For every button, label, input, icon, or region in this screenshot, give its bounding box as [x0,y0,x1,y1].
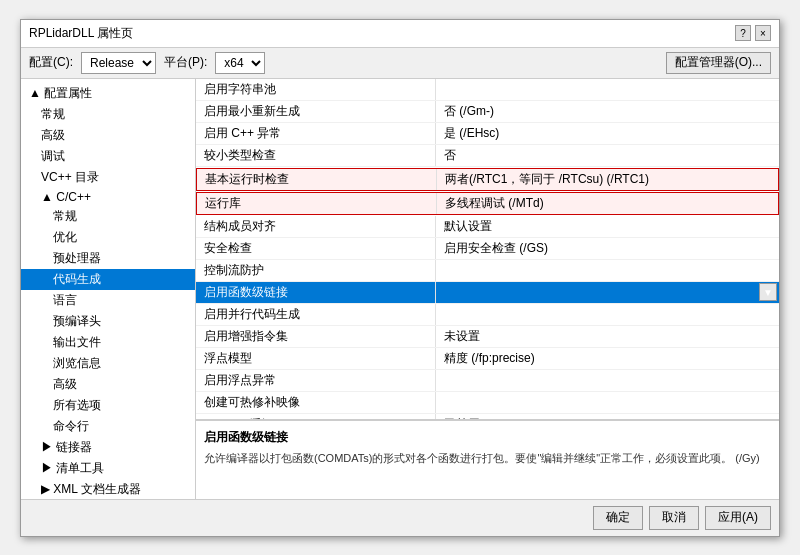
tree-item-cpp[interactable]: ▲ C/C++ [21,188,195,206]
tree-item-cpp-general[interactable]: 常规 [21,206,195,227]
prop-name: 启用字符串池 [196,79,436,100]
tree-item-config-props[interactable]: ▲ 配置属性 [21,83,195,104]
titlebar-controls: ? × [735,25,771,41]
description-title: 启用函数级链接 [204,429,771,446]
prop-row[interactable]: 浮点模型精度 (/fp:precise) [196,348,779,370]
footer: 确定 取消 应用(A) [21,499,779,536]
prop-name: 启用函数级链接 [196,282,436,303]
prop-name: 控制流防护 [196,260,436,281]
prop-row[interactable]: 控制流防护 [196,260,779,282]
prop-value: 两者(/RTC1，等同于 /RTCsu) (/RTC1) [437,169,778,190]
platform-select[interactable]: x64 [216,53,264,73]
tree-item-advanced2[interactable]: 高级 [21,374,195,395]
prop-row[interactable]: 基本运行时检查两者(/RTC1，等同于 /RTCsu) (/RTC1) [196,168,779,191]
prop-name: 启用 C++ 异常 [196,123,436,144]
prop-value: 否 (/Gm-) [436,101,779,122]
tree-item-list-tool[interactable]: ▶ 清单工具 [21,458,195,479]
prop-name: 启用最小重新生成 [196,101,436,122]
prop-name: 基本运行时检查 [197,169,437,190]
prop-value [436,290,759,294]
prop-row[interactable]: 启用增强指令集未设置 [196,326,779,348]
prop-name: 较小类型检查 [196,145,436,166]
prop-value [436,378,779,382]
tree-item-vc-dir[interactable]: VC++ 目录 [21,167,195,188]
prop-value: 启用安全检查 (/GS) [436,238,779,259]
prop-value: 精度 (/fp:precise) [436,348,779,369]
prop-value [436,400,779,404]
prop-row[interactable]: 启用并行代码生成 [196,304,779,326]
prop-row[interactable]: 创建可热修补映像 [196,392,779,414]
titlebar: RPLidarDLL 属性页 ? × [21,20,779,48]
apply-button[interactable]: 应用(A) [705,506,771,530]
prop-name: 启用并行代码生成 [196,304,436,325]
prop-row[interactable]: 运行库多线程调试 (/MTd) [196,192,779,215]
prop-row[interactable]: 启用最小重新生成否 (/Gm-) [196,101,779,123]
tree-item-advanced[interactable]: 高级 [21,125,195,146]
config-label: 配置(C): [29,54,73,71]
prop-value [436,312,779,316]
config-select-wrap[interactable]: Release [81,52,156,74]
prop-value [436,268,779,272]
prop-row[interactable]: 结构成员对齐默认设置 [196,216,779,238]
prop-row[interactable]: 安全检查启用安全检查 (/GS) [196,238,779,260]
platform-label: 平台(P): [164,54,207,71]
tree-item-optimization[interactable]: 优化 [21,227,195,248]
config-select[interactable]: Release [82,53,155,73]
tree-item-cmdline[interactable]: 命令行 [21,416,195,437]
tree-item-xml-gen[interactable]: ▶ XML 文档生成器 [21,479,195,499]
prop-name: 浮点模型 [196,348,436,369]
platform-select-wrap[interactable]: x64 [215,52,265,74]
tree-item-precomp[interactable]: 预编译头 [21,311,195,332]
prop-row[interactable]: 启用 C++ 异常是 (/EHsc) [196,123,779,145]
tree-item-browse[interactable]: 浏览信息 [21,353,195,374]
help-button[interactable]: ? [735,25,751,41]
prop-row[interactable]: 启用字符串池 [196,79,779,101]
config-manager-button[interactable]: 配置管理器(O)... [666,52,771,74]
prop-name: 运行库 [197,193,437,214]
tree-item-linker[interactable]: ▶ 链接器 [21,437,195,458]
toolbar: 配置(C): Release 平台(P): x64 配置管理器(O)... [21,48,779,79]
prop-name: 安全检查 [196,238,436,259]
prop-value [436,87,779,91]
props-table: 启用字符串池启用最小重新生成否 (/Gm-)启用 C++ 异常是 (/EHsc)… [196,79,779,419]
ok-button[interactable]: 确定 [593,506,643,530]
prop-name: 启用增强指令集 [196,326,436,347]
tree-item-debug[interactable]: 调试 [21,146,195,167]
tree-item-output[interactable]: 输出文件 [21,332,195,353]
cancel-button[interactable]: 取消 [649,506,699,530]
main-content: ▲ 配置属性常规高级调试VC++ 目录▲ C/C++常规优化预处理器代码生成语言… [21,79,779,499]
prop-name: 创建可热修补映像 [196,392,436,413]
tree-item-preprocessor[interactable]: 预处理器 [21,248,195,269]
prop-row[interactable]: 较小类型检查否 [196,145,779,167]
close-button[interactable]: × [755,25,771,41]
prop-value: 未设置 [436,326,779,347]
prop-dropdown-button[interactable]: ▼ [759,283,777,301]
prop-row[interactable]: 启用函数级链接▼ [196,282,779,304]
prop-value: 多线程调试 (/MTd) [437,193,778,214]
tree-item-general[interactable]: 常规 [21,104,195,125]
prop-row[interactable]: 启用浮点异常 [196,370,779,392]
prop-value: 否 [436,145,779,166]
main-dialog: RPLidarDLL 属性页 ? × 配置(C): Release 平台(P):… [20,19,780,537]
dialog-title: RPLidarDLL 属性页 [29,25,133,42]
right-panel: 启用字符串池启用最小重新生成否 (/Gm-)启用 C++ 异常是 (/EHsc)… [196,79,779,499]
prop-name: 启用浮点异常 [196,370,436,391]
prop-value: 是 (/EHsc) [436,123,779,144]
description-panel: 启用函数级链接 允许编译器以打包函数(COMDATs)的形式对各个函数进行打包。… [196,419,779,499]
description-text: 允许编译器以打包函数(COMDATs)的形式对各个函数进行打包。要使"编辑并继续… [204,450,771,467]
prop-name: 结构成员对齐 [196,216,436,237]
tree-item-codegen[interactable]: 代码生成 [21,269,195,290]
tree-item-language[interactable]: 语言 [21,290,195,311]
left-panel: ▲ 配置属性常规高级调试VC++ 目录▲ C/C++常规优化预处理器代码生成语言… [21,79,196,499]
prop-value: 默认设置 [436,216,779,237]
tree-item-alloptions[interactable]: 所有选项 [21,395,195,416]
